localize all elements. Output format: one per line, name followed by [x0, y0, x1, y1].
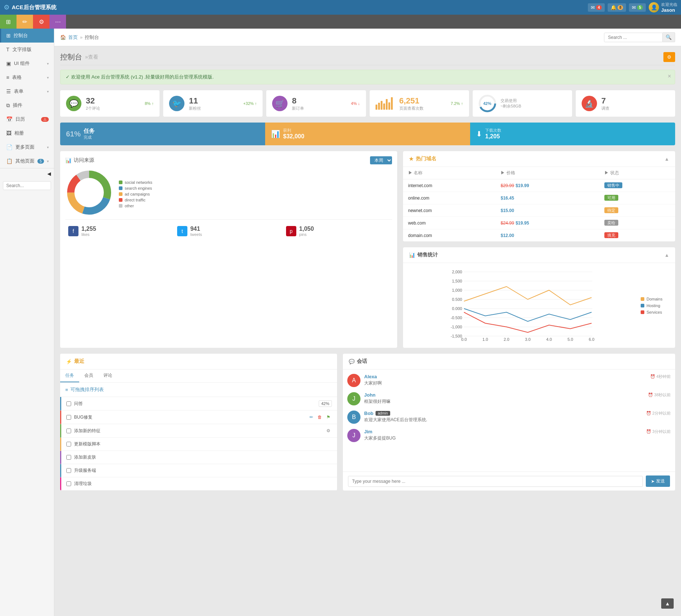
conversation-title: 会话	[357, 358, 367, 365]
notifications-button[interactable]: 🔔 8	[608, 3, 626, 12]
task-label: 添加新皮肤	[74, 454, 332, 460]
legend-label-search: search engines	[125, 186, 152, 190]
legend-ad: ad campaigns	[119, 192, 152, 196]
sidebar-item-ui[interactable]: ▣ UI 组件 ▾	[0, 57, 54, 70]
sidebar-item-typography[interactable]: T 文字排版	[0, 43, 54, 57]
svg-text:-1,000: -1,000	[451, 325, 462, 329]
trade-sublabel: ~剩余58GB	[501, 103, 521, 109]
delete-button[interactable]: 🗑	[316, 414, 323, 420]
search-button[interactable]: 🔍	[663, 32, 675, 42]
alert-text: ✓ 欢迎使用 Ace 后台管理系统 (v1.2) ,轻量级好用的后台管理系统模版…	[66, 74, 214, 80]
sidebar-item-calendar[interactable]: 📅 日历 ⚠	[0, 112, 54, 126]
message-input[interactable]	[348, 476, 643, 487]
task-checkbox[interactable]	[66, 415, 71, 420]
period-select[interactable]: 本周 本月 本年	[370, 156, 392, 164]
conversation-messages: A Alexa ⏰ 4秒钟前 大家好啊 J	[343, 369, 675, 471]
recent-card: ⚡ 最近 任务 会员 评论 ≡ 可拖拽排序列表	[60, 354, 337, 491]
breadcrumb-home[interactable]: 首页	[68, 34, 78, 41]
settings-button[interactable]: ⚙	[663, 52, 675, 62]
likes-count: 1,255	[81, 226, 96, 232]
domains-card-header: ★ 热门域名 ▲	[403, 151, 675, 167]
table-row: domain.com $12.00 填充	[403, 229, 675, 242]
domains-card: ★ 热门域名 ▲ ▶ 名称 ▶ 价格 ▶ 状态	[403, 151, 675, 241]
sidebar-label-tables: 表格	[12, 74, 22, 81]
search-bar: 🔍	[604, 32, 675, 42]
tab-tasks[interactable]: 任务	[60, 369, 79, 382]
sidebar-item-tables[interactable]: ≡ 表格 ▾	[0, 70, 54, 84]
dashboard-icon: ⊞	[6, 33, 11, 39]
comments-number: 32	[86, 96, 100, 106]
sidebar-item-gallery[interactable]: 🖼 相册	[0, 126, 54, 140]
task-checkbox[interactable]	[66, 455, 71, 460]
task-checkbox[interactable]	[66, 468, 71, 473]
task-actions: ⚙	[325, 427, 332, 434]
scroll-to-top-button[interactable]: ▲	[661, 598, 674, 609]
toolbar-btn-grid[interactable]: ⊞	[0, 15, 17, 29]
domain-status: 销售中	[599, 179, 675, 192]
legend-social: social networks	[119, 180, 152, 185]
search-input[interactable]	[604, 33, 663, 42]
tables-icon: ≡	[6, 74, 9, 80]
task-checkbox[interactable]	[66, 429, 71, 433]
gear-button[interactable]: ⚙	[325, 427, 332, 434]
social-twitter: t 941 tweets	[174, 224, 283, 238]
sales-chart-content: 2,000 1,500 1,000 0.500 0.000 -0.500 -1,…	[403, 263, 675, 348]
sidebar-item-more-pages[interactable]: 📄 更多页面 ▾	[0, 140, 54, 154]
tab-members[interactable]: 会员	[79, 369, 98, 382]
task-label: BUG修复	[74, 414, 305, 420]
breadcrumb: 🏠 首页 » 控制台	[60, 34, 99, 41]
tab-comments[interactable]: 评论	[98, 369, 117, 382]
stat-card-comments: 💬 32 2个评论 8% ↑	[60, 90, 160, 117]
sidebar-search-input[interactable]	[3, 181, 51, 190]
avatar-alexa: A	[347, 374, 360, 387]
flag-button[interactable]: ⚑	[325, 414, 332, 420]
conversation-card: 💬 会话 A Alexa ⏰ 4秒钟前 大家好啊	[343, 354, 675, 491]
message-text: 框架很好用嘛	[364, 398, 671, 405]
legend-hosting: Hosting	[641, 303, 670, 308]
legend-dot-social	[119, 181, 122, 184]
table-row: internet.com $29.99$19.99 销售中	[403, 179, 675, 192]
toolbar-btn-share[interactable]: ⋯	[50, 15, 66, 29]
toolbar-btn-edit[interactable]: ✏	[17, 15, 33, 29]
sidebar-item-forms[interactable]: ☰ 表单 ▾	[0, 84, 54, 98]
sidebar-item-plugins[interactable]: ⧉ 插件	[0, 98, 54, 112]
alert-close-button[interactable]: ×	[668, 73, 671, 80]
sidebar-label-dashboard: 控制台	[14, 32, 28, 39]
col-status: ▶ 状态	[599, 167, 675, 179]
email-button[interactable]: ✉ 5	[629, 3, 646, 12]
task-checkbox[interactable]	[66, 401, 71, 406]
recent-tabs: 任务 会员 评论	[60, 369, 337, 383]
right-panel: ★ 热门域名 ▲ ▶ 名称 ▶ 价格 ▶ 状态	[403, 151, 675, 348]
forms-icon: ☰	[6, 88, 11, 94]
send-label: 发送	[656, 478, 665, 484]
calendar-warning-badge: ⚠	[41, 117, 49, 122]
domains-title: ★ 热门域名	[409, 156, 436, 162]
email-icon: ✉	[632, 5, 636, 10]
messages-button[interactable]: ✉ 4	[588, 3, 605, 12]
legend-dot-hosting	[641, 304, 644, 307]
stat-card-surveys: 🔬 7 调查	[576, 90, 675, 117]
legend-label-domains: Domains	[647, 297, 662, 301]
message-text: 大家好啊	[364, 380, 671, 386]
send-icon: ➤	[651, 479, 655, 484]
legend-label-ad: ad campaigns	[125, 192, 150, 196]
other-pages-badge: 5	[37, 159, 44, 164]
orders-number: 8	[292, 96, 304, 106]
svg-text:1.0: 1.0	[482, 337, 488, 342]
sales-collapse-button[interactable]: ▲	[664, 252, 669, 258]
sidebar-collapse-btn[interactable]: ◀	[0, 168, 54, 179]
followers-change: +32% ↑	[243, 101, 257, 106]
top-navbar: ⚙ ACE后台管理系统 ✉ 4 🔔 8 ✉ 5 👤 欢迎光临 Jason	[0, 0, 681, 15]
svg-text:3.0: 3.0	[525, 337, 530, 342]
sidebar-item-other-pages[interactable]: 📋 其他页面 5 ▾	[0, 154, 54, 168]
pie-chart-area: social networks search engines ad campai…	[65, 169, 392, 216]
edit-button[interactable]: ✏	[308, 414, 315, 420]
send-button[interactable]: ➤ 发送	[646, 475, 670, 487]
task-checkbox[interactable]	[66, 481, 71, 486]
domains-collapse-button[interactable]: ▲	[664, 156, 669, 162]
toolbar-btn-gear[interactable]: ⚙	[33, 15, 50, 29]
task-checkbox[interactable]	[66, 442, 71, 446]
sidebar-item-dashboard[interactable]: ⊞ 控制台	[0, 29, 54, 43]
ui-icon: ▣	[6, 61, 11, 66]
task-bars-row: 61% 任务 完成 📊 获利 $32,000	[60, 123, 675, 145]
